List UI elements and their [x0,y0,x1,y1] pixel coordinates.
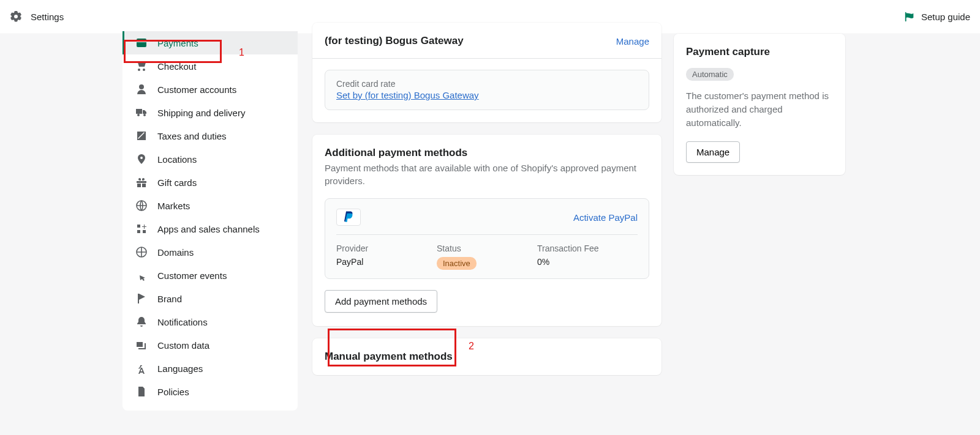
gateway-manage-link[interactable]: Manage [616,36,649,46]
sidebar-item-notifications[interactable]: Notifications [123,310,298,333]
additional-subtitle: Payment methods that are available with … [325,162,649,187]
gateway-title: (for testing) Bogus Gateway [325,35,464,47]
settings-sidebar: Payments Checkout Customer accounts Ship… [123,23,298,411]
fee-value: 0% [537,257,638,267]
sidebar-item-markets[interactable]: Markets [123,194,298,217]
paypal-provider-box: Activate PayPal Provider PayPal Status I… [325,198,649,279]
sidebar-item-label: Notifications [157,317,208,327]
sidebar-item-label: Customer accounts [157,84,236,95]
setup-guide-button[interactable]: Setup guide [904,11,970,22]
sidebar-item-taxes[interactable]: Taxes and duties [123,124,298,147]
percent-icon [135,130,148,142]
stack-icon [135,339,148,351]
truck-icon [135,106,148,119]
add-payment-methods-button[interactable]: Add payment methods [325,290,437,313]
sidebar-item-label: Domains [157,247,194,258]
activate-paypal-link[interactable]: Activate PayPal [573,212,638,223]
sidebar-item-label: Shipping and delivery [157,108,245,118]
sidebar-item-customer-events[interactable]: Customer events [123,264,298,287]
additional-methods-card: Additional payment methods Payment metho… [312,135,662,326]
sidebar-item-label: Taxes and duties [157,131,227,141]
manual-title: Manual payment methods [325,351,649,363]
card-icon [135,37,148,49]
pin-icon [135,153,148,165]
sidebar-item-label: Locations [157,154,197,165]
sidebar-item-label: Customer events [157,270,227,281]
sidebar-item-customer-accounts[interactable]: Customer accounts [123,78,298,101]
flag-pennant-icon [135,292,148,305]
sidebar-item-label: Gift cards [157,177,197,188]
sidebar-item-label: Custom data [157,340,209,351]
additional-title: Additional payment methods [325,147,649,159]
globe-icon [135,246,148,258]
gift-icon [135,176,148,188]
grid-plus-icon [135,223,148,235]
sidebar-item-brand[interactable]: Brand [123,287,298,310]
sidebar-item-label: Markets [157,201,190,211]
globe-icon [135,199,148,212]
fee-label: Transaction Fee [537,244,638,253]
credit-rate-box: Credit card rate Set by (for testing) Bo… [325,70,649,110]
capture-mode-badge: Automatic [686,68,734,81]
gear-icon [10,10,22,23]
status-label: Status [437,244,537,253]
capture-manage-button[interactable]: Manage [686,141,740,163]
capture-description: The customer's payment method is authori… [686,89,833,129]
payment-capture-card: Payment capture Automatic The customer's… [674,34,845,175]
gateway-card: (for testing) Bogus Gateway Manage Credi… [312,23,662,122]
sidebar-item-locations[interactable]: Locations [123,147,298,171]
settings-title: Settings [31,12,64,22]
sidebar-item-payments[interactable]: Payments [123,31,298,54]
sidebar-item-label: Apps and sales channels [157,224,260,234]
capture-title: Payment capture [686,46,833,58]
sidebar-item-shipping[interactable]: Shipping and delivery [123,101,298,124]
sidebar-item-apps[interactable]: Apps and sales channels [123,217,298,240]
sidebar-item-label: Checkout [157,61,196,72]
sidebar-item-checkout[interactable]: Checkout [123,54,298,78]
cart-icon [135,60,148,72]
sidebar-item-custom-data[interactable]: Custom data [123,333,298,357]
bell-icon [135,316,148,328]
sidebar-item-label: Payments [157,38,198,48]
status-badge: Inactive [437,257,477,270]
translate-icon [135,362,148,374]
sidebar-item-giftcards[interactable]: Gift cards [123,171,298,194]
paypal-logo-icon [336,209,361,226]
sidebar-item-label: Languages [157,363,203,374]
credit-rate-link[interactable]: Set by (for testing) Bogus Gateway [336,90,479,100]
credit-rate-label: Credit card rate [336,79,638,89]
sidebar-item-policies[interactable]: Policies [123,380,298,403]
sidebar-item-label: Policies [157,387,189,397]
manual-methods-card: Manual payment methods [312,338,662,375]
sidebar-item-languages[interactable]: Languages [123,357,298,380]
person-icon [135,83,148,95]
document-icon [135,385,148,398]
setup-guide-label: Setup guide [921,12,970,22]
flag-icon [904,11,915,22]
provider-value: PayPal [336,257,437,267]
provider-label: Provider [336,244,437,253]
sidebar-item-label: Brand [157,294,182,304]
sidebar-item-domains[interactable]: Domains [123,240,298,264]
topbar-left: Settings [10,10,64,23]
cursor-click-icon [135,269,148,281]
